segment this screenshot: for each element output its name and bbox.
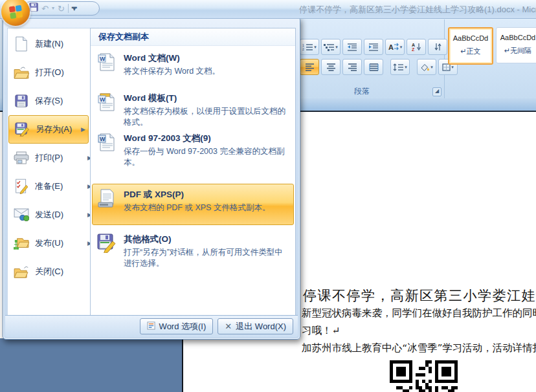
other-formats-icon (96, 234, 117, 269)
menu-item-save[interactable]: 保存(S) (8, 87, 95, 115)
style-card-no-spacing[interactable]: AaBbCcDd ↵无间隔 (496, 27, 536, 63)
menu-item-label: 关闭(C) (35, 266, 63, 278)
svg-text:A: A (388, 43, 394, 51)
save-icon[interactable] (29, 3, 38, 14)
new-document-icon (13, 36, 30, 52)
justify-button[interactable] (364, 59, 383, 75)
menu-item-label: 发布(U) (35, 237, 63, 249)
style-sample: AaBbCcDd (449, 34, 492, 42)
save-icon (13, 94, 30, 107)
menu-item-publish[interactable]: 发布(U) ▶ (8, 229, 95, 257)
increase-indent-button[interactable] (364, 39, 383, 55)
submenu-item-title: 其他格式(O) (124, 234, 289, 245)
submenu-item-word-template[interactable]: W Word 模板(T)将文档保存为模板，以便用于设置以后文档的格式。 (93, 88, 292, 128)
submenu-item-word-97-2003[interactable]: W Word 97-2003 文档(9)保存一份与 Word 97-2003 完… (93, 128, 292, 168)
submenu-item-pdf-xps[interactable]: PDF 或 XPS(P)发布文档的 PDF 或 XPS 文件格式副本。 (92, 184, 294, 225)
word-options-button[interactable]: Word 选项(I) (140, 318, 214, 334)
menu-item-open[interactable]: 打开(O) (8, 58, 95, 87)
submenu-item-title: Word 文档(W) (124, 52, 289, 64)
document-line: 加苏州市线上教育中心“冰雪季”学习活动，活动详情扫描二 (302, 342, 536, 355)
svg-text:W: W (100, 136, 106, 142)
document-background (0, 338, 183, 392)
publish-icon (13, 237, 30, 250)
exit-word-button[interactable]: ✕ 退出 Word(X) (218, 318, 293, 334)
close-folder-icon (13, 266, 30, 278)
svg-text:W: W (100, 56, 106, 62)
quick-access-toolbar: ↶ ▾ ↻ ▬▾ (23, 1, 100, 16)
prepare-icon (13, 179, 30, 194)
submenu-item-desc: 发布文档的 PDF 或 XPS 文件格式副本。 (124, 202, 289, 213)
paragraph-dialog-launcher[interactable]: ◢ (432, 87, 441, 96)
menu-item-prepare[interactable]: 准备(E) ▶ (8, 172, 95, 201)
paragraph-row-1: 12▾ ▾ A▾ AZ (300, 39, 447, 55)
toolbar-separator (68, 4, 69, 13)
submenu-header: 保存文档副本 (91, 28, 295, 46)
close-x-icon: ✕ (225, 321, 232, 331)
shading-button[interactable]: ▾ (417, 59, 436, 75)
pdf-xps-icon (96, 189, 117, 224)
word-document-icon: W (96, 52, 117, 77)
svg-text:W: W (100, 96, 106, 103)
sort-button[interactable]: AZ (407, 39, 426, 55)
style-sample: AaBbCcDd (497, 34, 536, 41)
svg-text:A: A (412, 43, 415, 47)
submenu-item-desc: 打开“另存为”对话框，从所有可用文件类型中进行选择。 (124, 247, 289, 269)
menu-item-label: 准备(E) (35, 180, 63, 192)
qr-code-image (388, 359, 459, 392)
submenu-arrow-icon: ▶ (81, 126, 87, 133)
paragraph-group-label: 段落 (295, 86, 429, 97)
line-spacing-button[interactable]: ▾ (390, 59, 410, 75)
submenu-item-desc: 将文档保存为模板，以便用于设置以后文档的格式。 (124, 106, 289, 128)
office-menu-footer: Word 选项(I) ✕ 退出 Word(X) (5, 315, 298, 337)
paragraph-row-2: ▾ ▾ ▾ (300, 59, 458, 75)
menu-item-print[interactable]: 打印(P) ▶ (8, 144, 95, 172)
multilevel-list-button[interactable]: ▾ (321, 39, 341, 55)
align-right-button[interactable] (342, 59, 362, 75)
align-left-button[interactable] (300, 59, 319, 75)
exit-word-label: 退出 Word(X) (236, 321, 286, 332)
menu-item-label: 新建(N) (35, 38, 63, 50)
word-options-icon (147, 321, 155, 332)
menu-item-close[interactable]: 关闭(C) (8, 257, 95, 286)
window-title: 停课不停学，高新区第三小学娄江娃线上学习攻略(1).docx - Micr (299, 4, 536, 16)
style-name: ↵正文 (449, 47, 492, 56)
undo-dropdown-icon[interactable]: ▾ (52, 6, 54, 11)
submenu-item-title: PDF 或 XPS(P) (124, 189, 289, 201)
save-as-icon (14, 122, 30, 136)
open-folder-icon (13, 67, 30, 79)
send-icon (13, 208, 30, 221)
office-menu: 新建(N) 打开(O) 保存(S) 另存为(A) ▶ 打印(P) ▶ (3, 17, 300, 340)
submenu-item-desc: 保存一份与 Word 97-2003 完全兼容的文档副本。 (124, 146, 289, 168)
menu-item-label: 保存(S) (35, 95, 63, 107)
show-hide-marks-button[interactable] (428, 39, 447, 55)
print-icon (13, 151, 30, 164)
svg-text:2: 2 (302, 47, 304, 51)
office-logo-icon (8, 5, 22, 18)
menu-item-save-as[interactable]: 另存为(A) ▶ (8, 115, 89, 144)
menu-item-send[interactable]: 发送(D) ▶ (8, 201, 95, 229)
submenu-item-desc: 将文件保存为 Word 文档。 (124, 66, 289, 77)
asian-layout-button[interactable]: A▾ (385, 39, 405, 55)
document-line: 习哦！↵ (302, 324, 341, 338)
svg-text:Z: Z (412, 47, 415, 51)
word-window: 12▾ ▾ A▾ AZ ▾ ▾ ▾ 段落 ◢ AaBbCcDd ↵正文 AaBb… (0, 0, 536, 392)
submenu-item-word-document[interactable]: W Word 文档(W)将文件保存为 Word 文档。 (93, 48, 292, 77)
submenu-item-title: Word 97-2003 文档(9) (124, 133, 289, 144)
menu-item-new[interactable]: 新建(N) (8, 30, 95, 58)
submenu-item-other-formats[interactable]: 其他格式(O)打开“另存为”对话框，从所有可用文件类型中进行选择。 (93, 229, 292, 269)
word-97-2003-icon: W (96, 133, 117, 168)
document-title: 停课不停学，高新区第三小学娄江娃线上学 (303, 287, 536, 305)
undo-icon[interactable]: ↶ (41, 5, 49, 13)
style-card-normal[interactable]: AaBbCcDd ↵正文 (448, 27, 493, 65)
numbered-list-button[interactable]: 12▾ (300, 39, 319, 55)
menu-item-label: 打开(O) (35, 67, 64, 78)
style-name: ↵无间隔 (497, 46, 536, 56)
align-center-button[interactable] (321, 59, 341, 75)
redo-icon[interactable]: ↻ (58, 5, 65, 13)
customize-qat-icon[interactable]: ▬▾ (72, 6, 77, 11)
submenu-item-title: Word 模板(T) (124, 93, 289, 104)
menu-item-label: 另存为(A) (36, 124, 72, 135)
menu-item-label: 打印(P) (35, 152, 63, 164)
decrease-indent-button[interactable] (342, 39, 362, 55)
word-template-icon: W (96, 93, 117, 128)
